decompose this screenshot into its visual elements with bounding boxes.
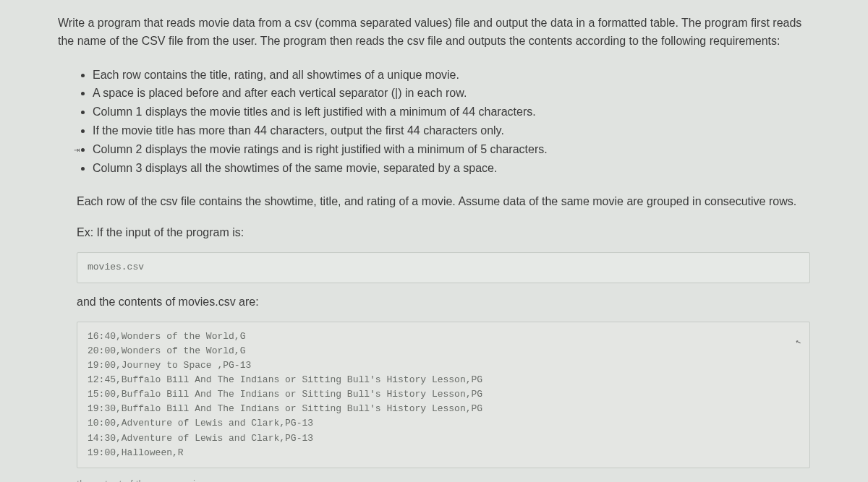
requirements-list: Each row contains the title, rating, and…	[93, 66, 810, 178]
list-item: Column 1 displays the movie titles and i…	[93, 103, 810, 121]
list-item: Column 3 displays all the showtimes of t…	[93, 160, 810, 178]
csv-description: Each row of the csv file contains the sh…	[77, 193, 810, 211]
list-item: A space is placed before and after each …	[93, 85, 810, 103]
list-item: If the movie title has more than 44 char…	[93, 122, 810, 140]
input-code-block: movies.csv	[77, 252, 810, 283]
problem-intro: Write a program that reads movie data fr…	[58, 14, 810, 51]
margin-marker-icon: ⇥	[74, 145, 82, 156]
cursor-icon: ↖	[793, 335, 803, 349]
list-item: Each row contains the title, rating, and…	[93, 66, 810, 85]
truncated-output-label: the output of the program is:	[77, 478, 810, 482]
example-label: Ex: If the input of the program is:	[77, 224, 810, 242]
list-item-text: Column 2 displays the movie ratings and …	[93, 143, 548, 155]
csv-code-block: 16:40,Wonders of the World,G 20:00,Wonde…	[77, 322, 810, 468]
list-item: ⇥Column 2 displays the movie ratings and…	[93, 141, 810, 159]
contents-label: and the contents of movies.csv are:	[77, 293, 810, 311]
